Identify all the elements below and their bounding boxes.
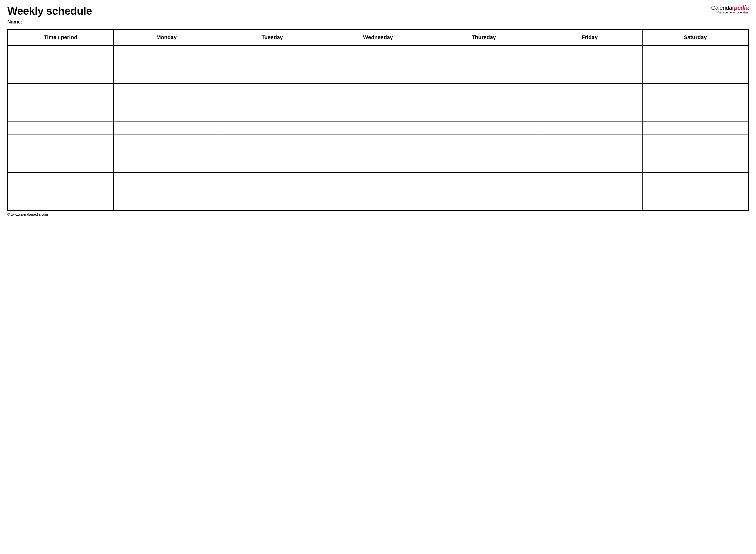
table-cell <box>325 96 431 109</box>
table-cell <box>643 109 748 122</box>
schedule-table: Time / period Monday Tuesday Wednesday T… <box>7 29 749 211</box>
table-cell <box>113 173 219 185</box>
col-header-saturday: Saturday <box>643 30 748 46</box>
table-row <box>8 84 748 96</box>
col-header-wednesday: Wednesday <box>325 30 431 46</box>
col-header-friday: Friday <box>537 30 643 46</box>
table-cell <box>643 134 748 147</box>
table-cell <box>113 58 219 71</box>
table-cell <box>8 173 114 185</box>
table-cell <box>643 46 748 58</box>
table-cell <box>537 147 643 160</box>
table-cell <box>537 96 643 109</box>
table-cell <box>8 46 114 58</box>
table-cell <box>8 185 114 198</box>
table-cell <box>8 122 114 134</box>
table-cell <box>219 160 325 173</box>
table-cell <box>8 134 114 147</box>
table-cell <box>219 109 325 122</box>
table-cell <box>8 71 114 84</box>
table-cell <box>643 71 748 84</box>
table-cell <box>643 122 748 134</box>
table-cell <box>537 122 643 134</box>
table-cell <box>431 160 537 173</box>
table-cell <box>113 198 219 211</box>
table-cell <box>431 122 537 134</box>
table-cell <box>325 46 431 58</box>
table-cell <box>219 173 325 185</box>
table-cell <box>431 147 537 160</box>
table-cell <box>219 46 325 58</box>
table-cell <box>325 122 431 134</box>
logo-prefix: Calendar <box>711 4 734 11</box>
table-row <box>8 173 748 185</box>
table-cell <box>325 134 431 147</box>
table-cell <box>113 109 219 122</box>
table-cell <box>643 58 748 71</box>
table-row <box>8 109 748 122</box>
table-cell <box>325 109 431 122</box>
table-cell <box>643 160 748 173</box>
table-cell <box>537 58 643 71</box>
table-cell <box>325 160 431 173</box>
table-cell <box>537 71 643 84</box>
table-row <box>8 122 748 134</box>
col-header-tuesday: Tuesday <box>219 30 325 46</box>
footer-copyright: © www.calendarpedia.com <box>7 213 749 216</box>
table-cell <box>113 122 219 134</box>
page-title: Weekly schedule <box>7 5 92 17</box>
table-row <box>8 185 748 198</box>
table-cell <box>8 198 114 211</box>
col-header-monday: Monday <box>113 30 219 46</box>
table-row <box>8 198 748 211</box>
table-cell <box>431 96 537 109</box>
table-cell <box>113 160 219 173</box>
table-cell <box>113 71 219 84</box>
table-cell <box>643 173 748 185</box>
table-cell <box>537 134 643 147</box>
table-cell <box>537 160 643 173</box>
name-label: Name: <box>7 19 749 25</box>
table-cell <box>537 46 643 58</box>
table-row <box>8 46 748 58</box>
table-cell <box>431 84 537 96</box>
table-cell <box>643 185 748 198</box>
table-row <box>8 58 748 71</box>
table-cell <box>325 173 431 185</box>
table-cell <box>219 198 325 211</box>
table-cell <box>219 58 325 71</box>
table-cell <box>113 96 219 109</box>
table-cell <box>113 147 219 160</box>
table-cell <box>8 58 114 71</box>
table-cell <box>537 198 643 211</box>
table-cell <box>113 46 219 58</box>
table-cell <box>643 147 748 160</box>
table-row <box>8 160 748 173</box>
table-cell <box>325 71 431 84</box>
table-body <box>8 46 748 211</box>
table-cell <box>431 173 537 185</box>
table-cell <box>219 134 325 147</box>
table-cell <box>219 71 325 84</box>
table-cell <box>431 198 537 211</box>
table-cell <box>113 84 219 96</box>
table-cell <box>325 84 431 96</box>
table-cell <box>325 58 431 71</box>
logo-suffix: pedia <box>734 4 749 11</box>
table-cell <box>8 84 114 96</box>
table-row <box>8 147 748 160</box>
table-cell <box>643 84 748 96</box>
col-header-time: Time / period <box>8 30 114 46</box>
table-cell <box>431 109 537 122</box>
table-row <box>8 71 748 84</box>
table-cell <box>431 46 537 58</box>
table-cell <box>325 185 431 198</box>
table-cell <box>219 185 325 198</box>
table-cell <box>8 96 114 109</box>
table-cell <box>537 84 643 96</box>
table-cell <box>219 147 325 160</box>
table-cell <box>219 122 325 134</box>
table-cell <box>537 109 643 122</box>
table-cell <box>643 96 748 109</box>
table-cell <box>8 147 114 160</box>
